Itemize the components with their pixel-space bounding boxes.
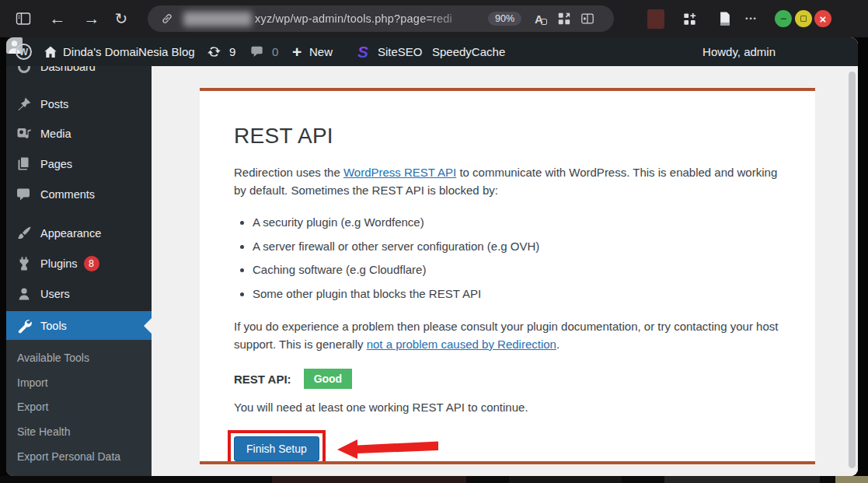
apps-grid-icon[interactable] xyxy=(678,0,701,37)
annotation-highlight-box: Finish Setup xyxy=(228,430,326,465)
plugins-update-badge: 8 xyxy=(84,256,99,271)
annotation-arrow xyxy=(336,437,439,460)
wp-admin-bar: W Dinda's DomaiNesia Blog 9 0 + New S Si… xyxy=(6,37,858,66)
new-menu-item[interactable]: New xyxy=(309,37,333,66)
intro-paragraph: Redirection uses the WordPress REST API … xyxy=(234,164,781,199)
list-item: A server firewall or other server config… xyxy=(253,238,781,256)
url-bar[interactable]: xyz/wp/wp-admin/tools.php?page=redi 90% … xyxy=(148,5,614,32)
pages-icon xyxy=(16,156,32,172)
sidebar-item-media[interactable]: Media xyxy=(6,121,152,147)
sidebar-item-users[interactable]: Users xyxy=(6,281,152,307)
dashboard-icon xyxy=(16,66,32,75)
scrollbar-thumb[interactable] xyxy=(849,72,856,468)
list-item: A security plugin (e.g Wordfence) xyxy=(253,214,781,232)
rest-api-status-row: REST API: Good xyxy=(234,369,781,389)
sidebar-item-plugins[interactable]: Plugins 8 xyxy=(6,250,152,277)
sidebar-item-dashboard[interactable]: Dashboard xyxy=(6,66,152,80)
rest-api-card: REST API Redirection uses the WordPress … xyxy=(200,88,815,464)
taskbar-strip xyxy=(0,476,868,483)
finish-setup-button[interactable]: Finish Setup xyxy=(234,436,319,461)
list-item: Some other plugin that blocks the REST A… xyxy=(253,285,781,303)
back-icon[interactable]: ← xyxy=(44,0,71,37)
forward-icon[interactable]: → xyxy=(78,0,106,37)
comments-bubble-icon[interactable] xyxy=(250,37,265,66)
plugin-icon xyxy=(16,256,32,271)
reload-icon[interactable]: ↻ xyxy=(107,0,135,37)
extension-icon[interactable] xyxy=(647,9,664,29)
browser-viewport: W Dinda's DomaiNesia Blog 9 0 + New S Si… xyxy=(6,37,858,476)
blockers-list: A security plugin (e.g Wordfence) A serv… xyxy=(253,214,781,303)
finish-setup-row: Finish Setup xyxy=(228,430,781,465)
support-paragraph: If you do experience a problem then plea… xyxy=(234,318,781,353)
submenu-item-import[interactable]: Import xyxy=(6,373,152,393)
comment-icon xyxy=(16,187,32,202)
submenu-item-site-health[interactable]: Site Health xyxy=(6,422,152,442)
pushpin-icon xyxy=(16,96,32,112)
grid-open-icon[interactable] xyxy=(553,7,576,30)
continue-text: You will need at least one working REST … xyxy=(234,399,781,417)
siteseo-menu-item[interactable]: SiteSEO xyxy=(378,37,423,66)
maximize-button[interactable] xyxy=(795,10,812,27)
speedycache-menu-item[interactable]: SpeedyCache xyxy=(432,37,505,66)
status-badge: Good xyxy=(304,369,353,389)
howdy-admin-link[interactable]: Howdy, admin xyxy=(702,37,776,66)
sidebar-item-tools[interactable]: Tools xyxy=(6,311,152,340)
list-item: Caching software (e.g Cloudflare) xyxy=(253,261,781,279)
home-icon[interactable] xyxy=(44,37,58,66)
wordpress-logo-icon[interactable]: W xyxy=(16,37,32,66)
blurred-domain xyxy=(183,12,252,26)
translate-icon[interactable]: A xyxy=(529,7,553,30)
updates-count[interactable]: 9 xyxy=(229,37,235,66)
tools-submenu: Available Tools Import Export Site Healt… xyxy=(6,340,152,476)
rest-api-label: REST API: xyxy=(234,373,291,386)
submenu-item-export[interactable]: Export xyxy=(6,397,152,417)
browser-menu-icon[interactable]: ••• xyxy=(740,0,763,37)
site-name-link[interactable]: Dinda's DomaiNesia Blog xyxy=(63,37,195,66)
page-title: REST API xyxy=(234,124,781,149)
url-text: xyz/wp/wp-admin/tools.php?page=redi xyxy=(255,12,488,25)
submenu-item-export-personal-data[interactable]: Export Personal Data xyxy=(6,446,152,467)
wordpress-rest-api-link[interactable]: WordPress REST API xyxy=(343,166,456,179)
sidebar-item-pages[interactable]: Pages xyxy=(6,151,152,177)
page-scrollbar xyxy=(849,72,856,468)
sidebar-item-posts[interactable]: Posts xyxy=(6,91,152,117)
minimize-button[interactable]: − xyxy=(775,10,792,27)
sidebar-item-comments[interactable]: Comments xyxy=(6,181,152,208)
plus-icon[interactable]: + xyxy=(292,37,302,66)
comments-count[interactable]: 0 xyxy=(272,37,278,66)
not-a-problem-link[interactable]: not a problem caused by Redirection xyxy=(367,338,556,351)
admin-sidebar: Dashboard Posts Media Pages Comments App… xyxy=(6,66,152,476)
siteseo-logo-icon[interactable]: S xyxy=(357,37,368,66)
zoom-level-badge[interactable]: 90% xyxy=(488,12,521,26)
sidebar-item-appearance[interactable]: Appearance xyxy=(6,220,152,247)
link-icon xyxy=(155,7,179,30)
updates-icon[interactable] xyxy=(207,37,221,66)
wp-body: Dashboard Posts Media Pages Comments App… xyxy=(6,66,858,476)
wrench-icon xyxy=(16,318,32,334)
document-icon[interactable] xyxy=(713,0,737,37)
user-icon xyxy=(16,286,32,302)
close-button[interactable]: × xyxy=(814,10,831,27)
tab-sidebar-icon[interactable] xyxy=(9,0,37,37)
content-area: REST API Redirection uses the WordPress … xyxy=(152,66,858,476)
split-screen-icon[interactable] xyxy=(576,7,599,30)
submenu-item-available-tools[interactable]: Available Tools xyxy=(6,348,152,368)
brush-icon xyxy=(16,226,32,241)
browser-chrome: ← → ↻ xyz/wp/wp-admin/tools.php?page=red… xyxy=(0,0,868,37)
media-icon xyxy=(16,126,32,142)
